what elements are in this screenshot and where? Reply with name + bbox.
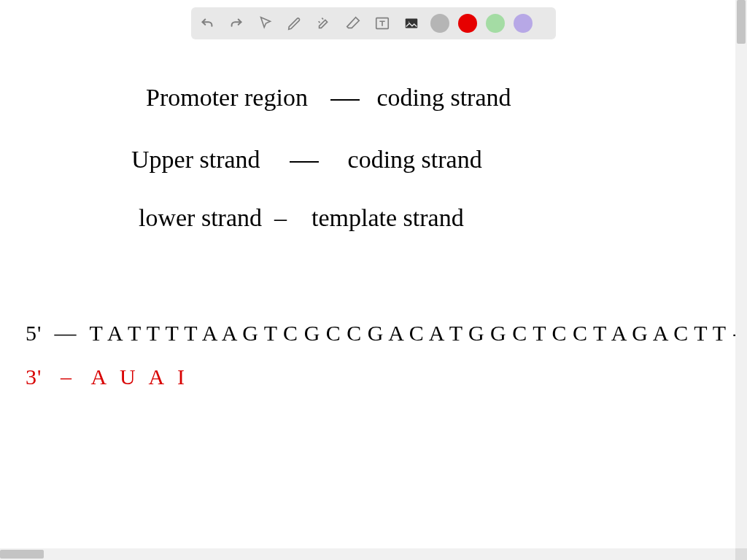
dash-icon bbox=[290, 161, 319, 163]
tools-button[interactable] bbox=[314, 13, 334, 34]
seq-bottom-prefix: 3' bbox=[26, 365, 42, 389]
note-3-left: lower strand bbox=[139, 204, 262, 231]
horizontal-scrollbar[interactable] bbox=[0, 548, 735, 560]
drawing-toolbar bbox=[191, 7, 556, 39]
note-1-left: Promoter region bbox=[146, 84, 308, 111]
note-3-right: template strand bbox=[311, 204, 464, 231]
note-line-2: Upper strand coding strand bbox=[131, 146, 482, 174]
vertical-scrollbar-thumb[interactable] bbox=[737, 0, 746, 44]
note-line-1: Promoter region coding strand bbox=[146, 84, 511, 112]
color-green-button[interactable] bbox=[486, 14, 505, 33]
redo-button[interactable] bbox=[226, 13, 247, 34]
note-2-left: Upper strand bbox=[131, 146, 260, 173]
undo-button[interactable] bbox=[197, 13, 217, 34]
image-tool-button[interactable] bbox=[401, 13, 422, 34]
seq-top-prefix: 5' bbox=[26, 321, 42, 345]
note-2-right: coding strand bbox=[348, 146, 482, 173]
scroll-corner bbox=[735, 548, 747, 560]
color-red-button[interactable] bbox=[458, 14, 477, 33]
text-tool-button[interactable] bbox=[372, 13, 392, 34]
svg-rect-1 bbox=[406, 19, 418, 28]
whiteboard-canvas[interactable]: Promoter region coding strand Upper stra… bbox=[0, 0, 735, 548]
note-1-right: coding strand bbox=[376, 84, 511, 111]
note-line-3: lower strand – template strand bbox=[139, 204, 464, 232]
seq-top-bases: T A T T T T A A G T C G C C G A C A T G … bbox=[89, 321, 726, 345]
vertical-scrollbar[interactable] bbox=[735, 0, 747, 548]
sequence-top-line: 5' — T A T T T T A A G T C G C C G A C A… bbox=[26, 321, 747, 346]
sequence-bottom-line: 3' – A U A I bbox=[26, 365, 189, 389]
seq-bottom-bases: A U A I bbox=[90, 365, 189, 389]
pointer-tool-button[interactable] bbox=[255, 13, 276, 34]
horizontal-scrollbar-thumb[interactable] bbox=[0, 550, 44, 559]
color-purple-button[interactable] bbox=[514, 14, 533, 33]
color-gray-button[interactable] bbox=[430, 14, 449, 33]
dash-icon bbox=[330, 99, 360, 101]
pen-tool-button[interactable] bbox=[285, 13, 305, 34]
eraser-tool-button[interactable] bbox=[343, 13, 363, 34]
